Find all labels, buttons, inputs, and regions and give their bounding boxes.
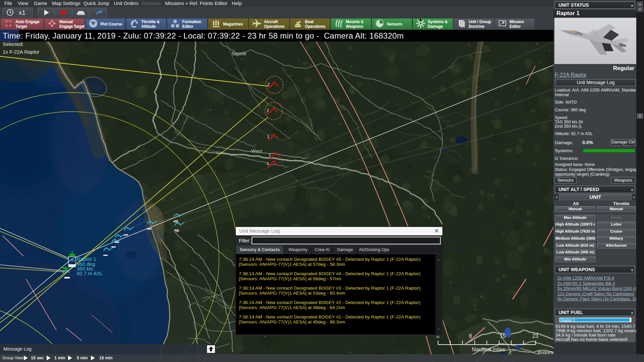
svg-text:1: 1 [267,161,269,166]
svg-text:Selected:: Selected: [3,41,24,47]
svg-text:15: 15 [500,333,506,339]
svg-text:8: 8 [469,333,472,339]
svg-text:2: 2 [267,108,269,113]
svg-text:2: 2 [267,82,270,87]
svg-text:82.7 m ASL: 82.7 m ASL [77,270,103,276]
svg-text:Nautical miles: Nautical miles [472,347,505,352]
svg-text:1: 1 [267,134,269,139]
svg-text:23: 23 [532,333,538,339]
svg-text:x1: x1 [19,9,25,16]
svg-text:Sapele: Sapele [232,51,247,56]
svg-text:Warri: Warri [251,148,262,154]
svg-text:1x F-22A Raptor: 1x F-22A Raptor [3,49,39,55]
svg-text:1: 1 [269,153,271,158]
